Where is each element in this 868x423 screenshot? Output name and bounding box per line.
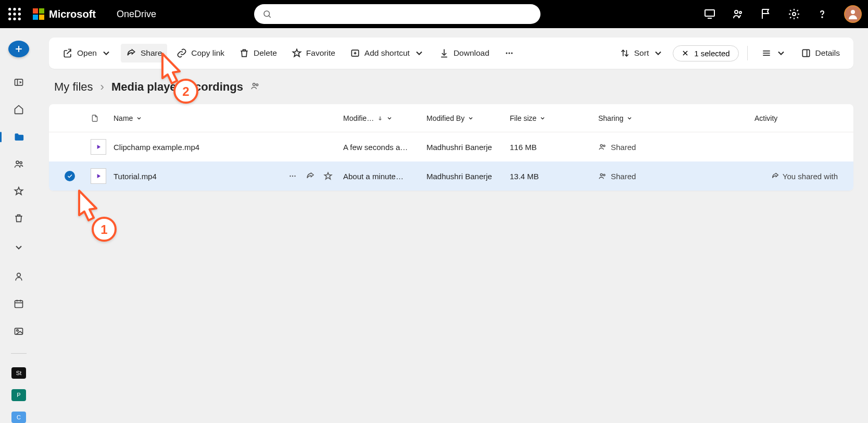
sidebar-favorites-icon[interactable] xyxy=(8,183,29,200)
table-row[interactable]: Tutorial.mp4 About a minute… Madhushri B… xyxy=(49,161,853,191)
copy-link-button[interactable]: Copy link xyxy=(171,44,230,63)
svg-point-20 xyxy=(822,17,823,18)
svg-point-1 xyxy=(13,8,16,10)
sidebar-collapse-icon[interactable] xyxy=(8,74,29,91)
help-icon[interactable] xyxy=(816,8,828,20)
view-switch-button[interactable] xyxy=(756,44,791,63)
delete-icon xyxy=(239,48,249,58)
screen-icon[interactable] xyxy=(703,8,716,20)
sharing-cell[interactable]: Shared xyxy=(598,143,754,152)
svg-line-14 xyxy=(269,16,271,18)
svg-point-0 xyxy=(8,8,11,10)
svg-rect-12 xyxy=(39,15,44,20)
sidebar-shared-icon[interactable] xyxy=(8,156,29,172)
svg-point-54 xyxy=(294,176,295,177)
file-name[interactable]: Clipchamp example.mp4 xyxy=(114,143,199,152)
sidebar-people-icon[interactable] xyxy=(8,268,29,285)
sidebar-expand-icon[interactable] xyxy=(8,239,29,256)
favorite-button[interactable]: Favorite xyxy=(286,44,341,63)
star-icon xyxy=(292,48,302,58)
col-name[interactable]: Name xyxy=(114,114,343,122)
teams-icon[interactable] xyxy=(732,8,744,20)
svg-point-48 xyxy=(253,83,255,86)
open-icon xyxy=(62,48,73,58)
breadcrumb-root[interactable]: My files xyxy=(54,80,93,94)
sidebar-calendar-icon[interactable] xyxy=(8,295,29,312)
app-name[interactable]: OneDrive xyxy=(117,9,156,20)
shortcut-icon xyxy=(350,48,360,58)
microsoft-logo[interactable]: Microsoft xyxy=(32,8,96,20)
col-size[interactable]: File size xyxy=(510,114,598,122)
row-checkbox[interactable] xyxy=(65,171,75,181)
video-icon xyxy=(91,168,106,184)
add-new-button[interactable] xyxy=(8,41,29,57)
svg-point-40 xyxy=(511,53,512,54)
svg-rect-46 xyxy=(802,49,809,56)
col-type-icon[interactable] xyxy=(91,113,114,123)
sidebar-tile-a[interactable]: St xyxy=(11,367,26,379)
chevron-down-icon xyxy=(414,48,424,58)
sidebar-tile-b[interactable]: P xyxy=(11,389,26,401)
col-sharing[interactable]: Sharing xyxy=(598,114,754,122)
svg-point-3 xyxy=(8,13,11,15)
download-button[interactable]: Download xyxy=(434,44,495,63)
svg-point-17 xyxy=(735,10,738,14)
svg-point-51 xyxy=(603,145,605,146)
sharing-cell[interactable]: Shared xyxy=(598,172,754,181)
svg-point-53 xyxy=(292,176,293,177)
chevron-down-icon xyxy=(776,48,786,58)
delete-button[interactable]: Delete xyxy=(234,44,282,63)
svg-point-39 xyxy=(508,53,510,54)
share-icon[interactable] xyxy=(306,171,315,181)
close-icon[interactable] xyxy=(682,49,689,57)
star-icon[interactable] xyxy=(323,171,333,181)
avatar[interactable] xyxy=(844,5,862,23)
app-launcher-icon[interactable] xyxy=(6,6,23,22)
share-button[interactable]: Share xyxy=(121,44,167,63)
svg-point-28 xyxy=(17,273,21,277)
selection-pill[interactable]: 1 selected xyxy=(673,45,738,61)
people-icon[interactable] xyxy=(250,81,260,93)
list-view-icon xyxy=(761,48,772,58)
breadcrumb-current[interactable]: Media player recordings xyxy=(111,80,243,94)
sidebar-recycle-icon[interactable] xyxy=(8,210,29,227)
add-shortcut-button[interactable]: Add shortcut xyxy=(345,44,430,63)
svg-point-8 xyxy=(18,18,21,20)
details-icon xyxy=(801,48,811,58)
col-activity[interactable]: Activity xyxy=(754,114,838,122)
open-button[interactable]: Open xyxy=(57,44,117,63)
sort-icon xyxy=(620,48,630,58)
size-cell: 116 MB xyxy=(510,143,598,152)
more-icon[interactable] xyxy=(288,171,297,181)
col-modified-by[interactable]: Modified By xyxy=(426,114,510,122)
modified-cell: A few seconds a… xyxy=(343,143,426,152)
svg-point-27 xyxy=(20,161,22,164)
share-icon xyxy=(771,172,779,180)
chevron-right-icon: › xyxy=(100,80,104,94)
size-cell: 13.4 MB xyxy=(510,172,598,181)
file-name[interactable]: Tutorial.mp4 xyxy=(114,172,288,181)
settings-icon[interactable] xyxy=(788,8,800,20)
flag-icon[interactable] xyxy=(760,8,772,20)
details-button[interactable]: Details xyxy=(796,44,845,63)
search-input[interactable] xyxy=(276,10,532,19)
modified-by-cell: Madhushri Banerje xyxy=(426,172,510,181)
video-icon xyxy=(91,139,106,155)
sidebar-home-icon[interactable] xyxy=(8,101,29,118)
table-row[interactable]: Clipchamp example.mp4 A few seconds a… M… xyxy=(49,132,853,161)
sort-button[interactable]: Sort xyxy=(614,44,669,63)
overflow-button[interactable] xyxy=(499,44,520,63)
sidebar-photos-icon[interactable] xyxy=(8,323,29,340)
people-icon xyxy=(598,172,607,180)
chevron-down-icon xyxy=(653,48,663,58)
svg-rect-15 xyxy=(705,10,714,16)
sidebar-tile-c[interactable]: C xyxy=(11,412,26,423)
search-box[interactable] xyxy=(254,4,540,24)
svg-point-50 xyxy=(600,144,602,146)
col-modified[interactable]: Modifie… xyxy=(343,114,426,122)
search-icon xyxy=(262,9,272,19)
svg-point-18 xyxy=(739,11,741,14)
sidebar-files-icon[interactable] xyxy=(8,128,29,145)
svg-point-6 xyxy=(8,18,11,20)
svg-point-56 xyxy=(603,174,605,176)
